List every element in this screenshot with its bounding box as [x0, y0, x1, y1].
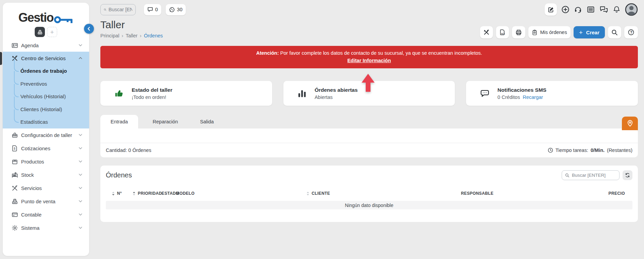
chevron-down-icon	[79, 200, 82, 203]
toolbox-icon	[11, 132, 18, 138]
sidebar-item-stock[interactable]: Stock	[3, 168, 89, 182]
sidebar-item-cotizaciones[interactable]: $ Cotizaciones	[3, 142, 89, 155]
chevron-up-icon	[79, 57, 82, 59]
orders-search[interactable]	[562, 170, 620, 180]
bar-chart-icon	[297, 89, 307, 98]
chevron-down-icon	[79, 160, 82, 163]
workshop-tools-button[interactable]	[480, 26, 493, 38]
help-button[interactable]: ?	[624, 26, 638, 38]
key-logo-icon	[54, 13, 73, 23]
column-prioridad[interactable]: PRIORIDAD	[133, 191, 162, 196]
chats-button[interactable]	[599, 5, 608, 14]
tab-salida[interactable]: Salida	[193, 115, 221, 128]
breadcrumb-principal[interactable]: Principal	[100, 33, 119, 38]
order-stage-tabs: Entrada Reparación Salida	[100, 115, 638, 128]
sidebar-item-productos[interactable]: Productos	[3, 155, 89, 168]
sidebar-item-label: Agenda	[21, 42, 39, 48]
sort-icon	[112, 192, 115, 195]
tab-reparacion[interactable]: Reparación	[145, 115, 185, 128]
cash-register-icon	[11, 198, 18, 205]
chevron-down-icon	[79, 213, 82, 216]
sidebar-item-configuracion-de-taller[interactable]: Configuración de taller	[3, 128, 89, 142]
column-precio[interactable]: PRECIO	[609, 191, 625, 196]
sidebar: Gestio +	[3, 3, 89, 256]
create-order-button[interactable]: + Crear	[574, 26, 605, 38]
export-xls-button[interactable]: XLS	[496, 26, 509, 38]
notifications-button[interactable]	[613, 5, 621, 14]
plus-circle-icon	[561, 5, 569, 14]
clock-icon	[548, 148, 553, 153]
messages-badge[interactable]: 0	[144, 4, 161, 15]
sort-icon	[307, 192, 309, 195]
ledger-icon	[11, 211, 18, 218]
orders-table-header: N° PRIORIDAD ESTADO MODELO CLIENTE	[106, 191, 632, 198]
breadcrumb-taller[interactable]: Taller	[126, 33, 137, 38]
register-quick-button[interactable]	[35, 27, 45, 37]
chevron-down-icon	[79, 44, 82, 47]
global-search[interactable]	[100, 4, 136, 15]
chat-bubbles-icon	[599, 5, 608, 14]
chevron-left-icon	[87, 27, 91, 31]
svg-text:XLS: XLS	[501, 33, 505, 35]
sidebar-item-punto-de-venta[interactable]: Punto de venta	[3, 195, 89, 208]
chevron-down-icon	[79, 187, 82, 189]
print-button[interactable]	[512, 26, 525, 38]
activity-log-button[interactable]	[587, 5, 595, 14]
sms-notifications-card[interactable]: Notificaciones SMS 0 Créditos Recargar	[466, 81, 638, 106]
map-pin-icon	[627, 120, 633, 127]
workshop-status-card[interactable]: Estado del taller ¡Todo en orden!	[100, 81, 272, 106]
orders-panel-title: Órdenes	[106, 171, 132, 179]
add-circle-button[interactable]	[561, 5, 569, 14]
column-numero[interactable]: N°	[112, 191, 122, 196]
column-responsable[interactable]: RESPONSABLE	[461, 191, 494, 196]
list-icon	[587, 5, 595, 14]
question-mark-icon: ?	[628, 29, 634, 36]
user-avatar[interactable]	[625, 3, 638, 16]
printer-icon	[515, 29, 522, 36]
chevron-down-icon	[79, 134, 82, 136]
map-pin-button[interactable]	[622, 117, 638, 130]
orders-summary-panel: Cantidad: 0 Órdenes Tiempo tareas: 0/Min…	[100, 128, 638, 157]
header-actions: XLS Mis órdenes + Crear	[480, 26, 638, 38]
refresh-orders-button[interactable]	[623, 170, 632, 180]
sidebar-menu: Agenda Centro de Servicios	[3, 39, 89, 235]
crossed-tools-icon	[11, 185, 18, 191]
compose-button[interactable]	[545, 3, 557, 16]
edit-pencil-icon	[548, 6, 554, 13]
global-search-input[interactable]	[109, 7, 132, 12]
sidebar-item-contable[interactable]: Contable	[3, 208, 89, 221]
messages-count: 0	[155, 7, 158, 12]
chevron-down-icon	[79, 226, 82, 229]
breadcrumb: Principal › Taller › Órdenes	[100, 33, 163, 38]
breadcrumb-ordenes[interactable]: Órdenes	[144, 33, 163, 38]
thumbs-up-icon	[114, 89, 124, 98]
chevron-down-icon	[79, 173, 82, 176]
sidebar-item-estadisticas[interactable]: Estadísticas	[3, 116, 89, 128]
add-branch-button[interactable]: +	[47, 27, 57, 37]
recharge-credits-link[interactable]: Recargar	[523, 94, 543, 100]
search-icon	[104, 7, 106, 12]
incomplete-data-alert: Atención: Por favor complete los datos d…	[100, 46, 638, 68]
page-header: Taller Principal › Taller › Órdenes XLS	[100, 19, 638, 38]
tab-entrada[interactable]: Entrada	[100, 115, 138, 128]
column-cliente[interactable]: CLIENTE	[307, 191, 330, 196]
sidebar-item-agenda[interactable]: Agenda	[3, 39, 89, 52]
orders-search-input[interactable]	[572, 173, 616, 178]
support-button[interactable]	[574, 5, 582, 14]
edit-information-link[interactable]: Editar Información	[347, 58, 391, 63]
avatar-icon	[625, 3, 638, 16]
column-modelo[interactable]: MODELO	[176, 191, 195, 196]
xls-file-icon: XLS	[499, 29, 506, 35]
search-icon	[611, 29, 618, 36]
whatsapp-badge[interactable]: 30	[166, 4, 186, 15]
sidebar-collapse-button[interactable]	[84, 24, 94, 34]
search-orders-button[interactable]	[608, 26, 621, 38]
sidebar-item-servicios[interactable]: Servicios	[3, 182, 89, 195]
sort-icon	[133, 192, 135, 195]
tools-icon	[483, 29, 490, 35]
active-section-highlight: Centro de Servicios Órdenes de trabajo P…	[3, 52, 89, 128]
my-orders-button[interactable]: Mis órdenes	[528, 26, 571, 38]
orders-panel: Órdenes	[100, 166, 638, 222]
page-title: Taller	[100, 19, 163, 31]
sidebar-item-sistema[interactable]: Sistema	[3, 221, 89, 235]
